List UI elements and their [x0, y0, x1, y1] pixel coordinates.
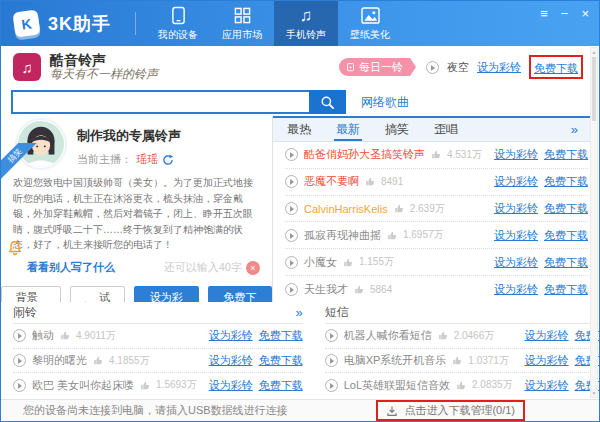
set-ring-button[interactable]: 设为彩铃 — [134, 286, 198, 303]
nav-item-wallpaper[interactable]: 壁纸美化 — [338, 1, 402, 46]
see-others-link[interactable]: 看看别人写了什么 — [27, 260, 115, 275]
speaker-icon — [80, 299, 91, 302]
search-input[interactable] — [11, 90, 309, 114]
close-icon[interactable]: × — [581, 7, 589, 20]
ringtone-title[interactable]: LoL英雄联盟短信音效 — [344, 378, 450, 393]
hot-list-tabs: 最热 最新 搞笑 歪唱 » — [273, 116, 590, 142]
download-button[interactable]: 免费下载 — [208, 286, 272, 303]
bell-icon[interactable] — [7, 240, 23, 260]
set-ring-link[interactable]: 设为彩铃 — [494, 228, 538, 243]
ringtone-title[interactable]: 酷爸俏妈孙大圣搞笑铃声 — [304, 147, 425, 162]
scrollbar-thumb[interactable] — [592, 57, 596, 121]
ringtone-title[interactable]: 机器人喊你看短信 — [344, 328, 432, 343]
set-ring-link[interactable]: 设为彩铃 — [477, 60, 521, 75]
alarm-section: 闹铃 » 触动 4.9011万 设为彩铃 免费下载 黎明的曙光 4.1855万 … — [1, 302, 307, 399]
section-slogan: 每天有不一样的铃声 — [50, 68, 158, 81]
set-ring-link[interactable]: 设为彩铃 — [209, 378, 253, 393]
play-icon[interactable] — [285, 256, 298, 269]
more-arrow[interactable]: » — [571, 123, 578, 136]
play-icon[interactable] — [285, 202, 298, 215]
listen-label: 试听 — [94, 290, 115, 303]
play-icon[interactable] — [13, 329, 26, 342]
thumbs-up-icon — [60, 330, 70, 341]
download-link[interactable]: 免费下载 — [259, 378, 303, 393]
ringtone-title[interactable]: 小魔女 — [304, 255, 337, 270]
play-icon[interactable] — [285, 175, 298, 188]
subheader: ♫ 酷音铃声 每天有不一样的铃声 每日一铃 夜空 设为彩铃 免费下载 — [1, 46, 599, 88]
tab-newest[interactable]: 最新 — [334, 118, 362, 141]
thumbs-up-icon — [394, 203, 404, 214]
set-ring-link[interactable]: 设为彩铃 — [209, 353, 253, 368]
chars-remaining: 还可以输入40字 × — [164, 260, 260, 275]
play-icon[interactable] — [325, 354, 338, 367]
menu-icon[interactable]: ≡ — [540, 7, 548, 20]
titlebar: K 3K助手 我的设备 应用市场 ♫ 手机铃声 — [1, 1, 599, 46]
window-controls: ≡ − × — [540, 7, 589, 20]
nav-item-app-market[interactable]: 应用市场 — [210, 1, 274, 46]
scroll-down-icon[interactable]: ▼ — [591, 390, 597, 396]
koo-ringtone-icon: ♫ — [13, 53, 41, 81]
net-songs-link[interactable]: 网络歌曲 — [361, 94, 409, 111]
download-manager-button[interactable]: 点击进入下载管理(0/1) — [376, 400, 525, 421]
main-nav: 我的设备 应用市场 ♫ 手机铃声 壁纸美化 — [146, 1, 402, 46]
ringtone-title[interactable]: 欧巴 美女叫你起床喽 — [32, 378, 134, 393]
more-arrow[interactable]: » — [295, 306, 302, 319]
search-button[interactable] — [309, 90, 346, 114]
minimize-icon[interactable]: − — [561, 7, 569, 20]
nav-item-phone-ringtone[interactable]: ♫ 手机铃声 — [274, 1, 338, 46]
set-ring-link[interactable]: 设为彩铃 — [494, 147, 538, 162]
play-icon[interactable] — [285, 148, 298, 161]
set-ring-link[interactable]: 设为彩铃 — [525, 328, 569, 343]
play-icon[interactable] — [13, 354, 26, 367]
like-count: 4.1855万 — [109, 354, 150, 368]
set-ring-link[interactable]: 设为彩铃 — [494, 174, 538, 189]
highlight-box: 免费下载 — [529, 55, 583, 79]
ringtone-title[interactable]: CalvinHarrisKelis — [304, 203, 388, 215]
download-link[interactable]: 免费下载 — [544, 147, 588, 162]
download-link[interactable]: 免费下载 — [544, 174, 588, 189]
play-icon[interactable] — [285, 229, 298, 242]
play-icon[interactable] — [13, 379, 26, 392]
background-sound-button[interactable]: 背景音 ▾ — [1, 286, 61, 303]
download-link[interactable]: 免费下载 — [534, 62, 578, 74]
ringtone-title[interactable]: 恶魔不要啊 — [304, 174, 359, 189]
daily-ring-area: 每日一铃 夜空 设为彩铃 免费下载 — [339, 55, 583, 79]
nav-item-my-device[interactable]: 我的设备 — [146, 1, 210, 46]
ringtone-title[interactable]: 触动 — [32, 328, 54, 343]
download-link[interactable]: 免费下载 — [544, 228, 588, 243]
set-ring-link[interactable]: 设为彩铃 — [494, 282, 538, 297]
tab-funny[interactable]: 搞笑 — [383, 118, 411, 141]
download-link[interactable]: 免费下载 — [259, 328, 303, 343]
set-ring-link[interactable]: 设为彩铃 — [525, 378, 569, 393]
scroll-up-icon[interactable]: ▲ — [591, 49, 597, 55]
clear-icon[interactable]: × — [246, 261, 260, 275]
play-icon[interactable] — [426, 61, 439, 74]
set-ring-link[interactable]: 设为彩铃 — [494, 255, 538, 270]
daily-ring-badge[interactable]: 每日一铃 — [339, 58, 410, 76]
section-header: 短信 » — [325, 302, 600, 324]
scrollbar[interactable]: ▲ ▼ — [590, 47, 598, 398]
play-icon[interactable] — [325, 329, 338, 342]
refresh-icon[interactable] — [162, 154, 174, 166]
tab-hottest[interactable]: 最热 — [285, 118, 313, 141]
download-link[interactable]: 免费下载 — [544, 201, 588, 216]
play-icon[interactable] — [285, 283, 298, 296]
ringtone-title[interactable]: 孤寂再现神曲摇 — [304, 228, 381, 243]
nav-label: 应用市场 — [222, 28, 262, 42]
like-count: 5864 — [370, 284, 392, 295]
ringtone-title[interactable]: 电脑XP系统开机音乐 — [344, 353, 447, 368]
statusbar: 您的设备尚未连接到电脑，请插入USB数据线进行连接 点击进入下载管理(0/1) — [1, 399, 599, 421]
tab-offkey[interactable]: 歪唱 — [432, 118, 460, 141]
download-link[interactable]: 免费下载 — [544, 282, 588, 297]
download-link[interactable]: 免费下载 — [544, 255, 588, 270]
play-icon[interactable] — [325, 379, 338, 392]
set-ring-link[interactable]: 设为彩铃 — [494, 201, 538, 216]
anchor-name: 瑶瑶 — [136, 152, 158, 167]
listen-button[interactable]: 试听 — [70, 286, 126, 303]
ringtone-title[interactable]: 黎明的曙光 — [32, 353, 87, 368]
set-ring-link[interactable]: 设为彩铃 — [525, 353, 569, 368]
background-sound-label: 背景音 — [11, 290, 43, 303]
set-ring-link[interactable]: 设为彩铃 — [209, 328, 253, 343]
ringtone-title[interactable]: 天生我才 — [304, 282, 348, 297]
download-link[interactable]: 免费下载 — [259, 353, 303, 368]
